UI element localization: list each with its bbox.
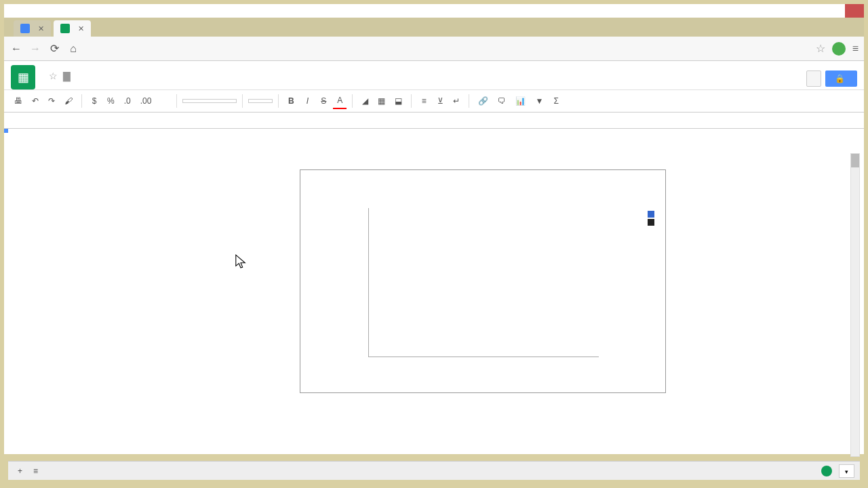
address-input[interactable]	[85, 46, 810, 52]
legend-swatch	[648, 219, 654, 226]
share-button[interactable]: 🔒	[825, 70, 857, 87]
scroll-thumb[interactable]	[851, 154, 859, 167]
window-title-bar	[4, 4, 864, 18]
folder-icon[interactable]: ▇	[63, 70, 71, 81]
sheets-favicon	[60, 24, 70, 33]
toolbar: 🖶 ↶ ↷ 🖌 $ % .0 .00 B I S A ◢ ▦ ⬓ ≡ ⊻	[4, 89, 864, 113]
strike-icon[interactable]: S	[317, 94, 330, 108]
sum-display[interactable]: ▾	[839, 464, 854, 478]
undo-icon[interactable]: ↶	[28, 94, 42, 108]
bookmark-icon[interactable]: ☆	[816, 42, 825, 55]
maximize-button[interactable]	[826, 4, 845, 18]
add-sheet-button[interactable]: +	[14, 464, 26, 479]
link-icon[interactable]: 🔗	[475, 94, 492, 108]
decimal-decrease-icon[interactable]: .0	[121, 94, 134, 108]
home-button[interactable]: ⌂	[66, 42, 80, 56]
spreadsheet-grid[interactable]	[4, 129, 864, 454]
format-123-button[interactable]	[157, 98, 171, 104]
back-button[interactable]: ←	[9, 42, 23, 56]
merge-icon[interactable]: ⬓	[391, 94, 406, 108]
close-icon[interactable]: ✕	[78, 24, 84, 33]
drive-favicon	[20, 24, 30, 33]
menu-icon[interactable]: ≡	[852, 43, 859, 55]
sheets-app-icon[interactable]: ▦	[11, 65, 35, 89]
text-color-icon[interactable]: A	[333, 93, 347, 109]
borders-icon[interactable]: ▦	[374, 94, 389, 108]
vertical-scrollbar[interactable]	[850, 153, 860, 457]
fill-handle[interactable]	[4, 129, 8, 133]
paint-format-icon[interactable]: 🖌	[61, 94, 76, 108]
bold-icon[interactable]: B	[284, 94, 298, 108]
star-icon[interactable]: ☆	[49, 70, 58, 81]
font-size-select[interactable]	[248, 99, 273, 103]
comments-button[interactable]	[806, 70, 821, 87]
sheet-tab-bar: + ≡ ▾	[8, 461, 860, 480]
functions-icon[interactable]: Σ	[549, 94, 563, 108]
print-icon[interactable]: 🖶	[11, 94, 26, 108]
reload-button[interactable]: ⟳	[47, 42, 61, 56]
forward-button[interactable]: →	[28, 42, 42, 56]
chart-plot-area	[368, 208, 599, 357]
chart-legend	[648, 211, 657, 227]
minimize-button[interactable]	[807, 4, 826, 18]
all-sheets-button[interactable]: ≡	[29, 464, 42, 479]
chart-icon[interactable]: 📊	[512, 94, 529, 108]
formula-bar	[4, 113, 864, 129]
currency-icon[interactable]: $	[87, 94, 101, 108]
close-button[interactable]	[845, 4, 864, 18]
filter-icon[interactable]: ▼	[532, 94, 547, 108]
explore-icon[interactable]	[821, 466, 832, 476]
halign-icon[interactable]: ≡	[417, 94, 431, 108]
tab-drive[interactable]: ✕	[14, 20, 51, 37]
valign-icon[interactable]: ⊻	[433, 94, 447, 108]
redo-icon[interactable]: ↷	[45, 94, 58, 108]
fill-color-icon[interactable]: ◢	[358, 94, 372, 108]
profile-avatar[interactable]	[832, 42, 846, 56]
url-bar: ← → ⟳ ⌂ ☆ ≡	[4, 37, 864, 61]
italic-icon[interactable]: I	[300, 94, 314, 108]
wrap-icon[interactable]: ↵	[450, 94, 463, 108]
lock-icon: 🔒	[835, 74, 845, 83]
comment-icon[interactable]: 🗨	[494, 94, 509, 108]
close-icon[interactable]: ✕	[38, 24, 44, 33]
chart[interactable]	[300, 169, 666, 393]
font-select[interactable]	[182, 99, 237, 103]
tab-sheets[interactable]: ✕	[54, 20, 91, 37]
legend-swatch	[648, 211, 654, 218]
decimal-increase-icon[interactable]: .00	[137, 94, 155, 108]
doc-header: ▦ ☆ ▇	[4, 61, 864, 89]
percent-icon[interactable]: %	[104, 94, 118, 108]
browser-tabs: ✕ ✕	[4, 18, 864, 37]
